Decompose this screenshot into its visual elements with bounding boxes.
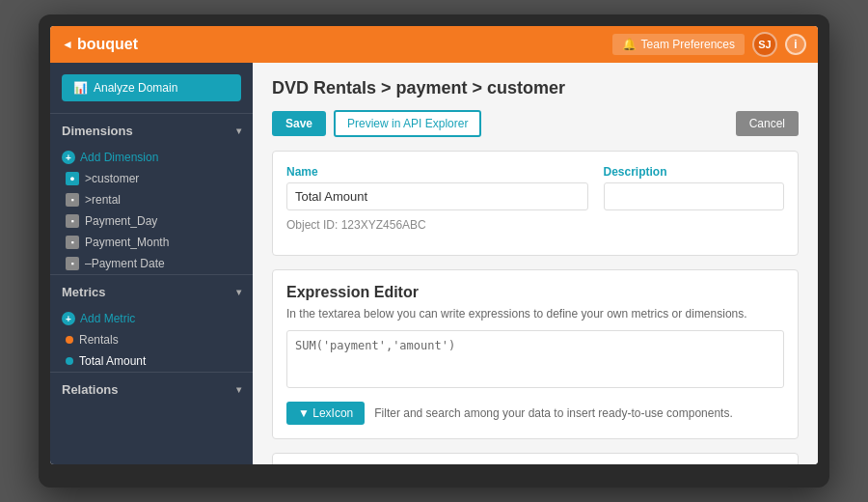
total-amount-label: Total Amount: [79, 354, 146, 368]
laptop-screen: ◄ bouquet 🔔 Team Preferences SJ i 📊 Anal…: [50, 26, 818, 464]
relations-section: Relations ▾: [50, 372, 253, 404]
name-group: Name Object ID: 123XYZ456ABC: [286, 165, 588, 232]
lexicon-row: ▼ LexIcon Filter and search among your d…: [286, 402, 784, 425]
dimensions-chevron: ▾: [236, 126, 241, 136]
dimensions-label: Dimensions: [62, 124, 133, 138]
expression-editor-section: Expression Editor In the textarea below …: [272, 269, 799, 439]
name-label: Name: [286, 165, 588, 179]
relations-header[interactable]: Relations ▾: [50, 373, 253, 404]
cancel-button[interactable]: Cancel: [736, 111, 799, 136]
payment-date-dim-icon: ▪: [66, 257, 79, 270]
customer-label: >customer: [85, 172, 139, 185]
add-metric-icon: +: [62, 312, 75, 325]
info-button[interactable]: i: [785, 34, 806, 55]
sidebar-item-payment-date[interactable]: ▪ –Payment Date: [50, 253, 253, 274]
name-desc-row: Name Object ID: 123XYZ456ABC Description: [286, 165, 784, 232]
customer-dim-icon: ●: [66, 172, 79, 185]
description-group: Description: [604, 165, 785, 232]
payment-month-dim-icon: ▪: [66, 236, 79, 249]
description-input[interactable]: [604, 182, 785, 210]
sidebar-item-rentals[interactable]: Rentals: [50, 329, 253, 350]
payment-day-dim-icon: ▪: [66, 214, 79, 228]
metrics-section: Metrics ▾ + Add Metric Rentals Total Amo…: [50, 274, 253, 372]
payment-date-label: –Payment Date: [85, 257, 165, 270]
logo-text: bouquet: [77, 36, 138, 53]
add-metric-link[interactable]: + Add Metric: [50, 307, 253, 329]
sidebar-item-total-amount[interactable]: Total Amount: [50, 350, 253, 372]
rental-label: >rental: [85, 193, 121, 207]
team-preferences-button[interactable]: 🔔 Team Preferences: [612, 34, 745, 55]
breadcrumb: DVD Rentals > payment > customer: [272, 78, 799, 98]
toolbar: Save Preview in API Explorer Cancel: [272, 110, 799, 137]
add-dimension-label: Add Dimension: [80, 151, 158, 164]
laptop-shell: ◄ bouquet 🔔 Team Preferences SJ i 📊 Anal…: [39, 14, 829, 488]
add-metric-label: Add Metric: [80, 312, 135, 325]
team-pref-label: Team Preferences: [641, 38, 735, 51]
logo-arrow: ◄: [62, 38, 73, 51]
rental-dim-icon: ▪: [66, 193, 79, 207]
metrics-chevron: ▾: [236, 287, 241, 297]
expression-textarea[interactable]: [286, 330, 784, 388]
relations-chevron: ▾: [236, 384, 241, 395]
analyze-btn-label: Analyze Domain: [94, 81, 177, 95]
sidebar-item-customer[interactable]: ● >customer: [50, 168, 253, 189]
name-description-form: Name Object ID: 123XYZ456ABC Description: [272, 151, 799, 256]
save-button[interactable]: Save: [272, 111, 326, 136]
name-input[interactable]: [286, 182, 588, 210]
right-panel: DVD Rentals > payment > customer Save Pr…: [253, 63, 818, 464]
metrics-label: Metrics: [62, 285, 106, 299]
dimensions-section: Dimensions ▾ + Add Dimension ● >customer…: [50, 113, 253, 274]
chart-icon: 📊: [73, 81, 88, 95]
description-label: Description: [604, 165, 785, 179]
expression-editor-description: In the textarea below you can write expr…: [286, 307, 784, 321]
add-dimension-icon: +: [62, 151, 75, 164]
add-dimension-link[interactable]: + Add Dimension: [50, 146, 253, 168]
sidebar-item-payment-day[interactable]: ▪ Payment_Day: [50, 210, 253, 232]
sidebar: 📊 Analyze Domain Dimensions ▾ + Add Dime…: [50, 63, 253, 464]
main-content: 📊 Analyze Domain Dimensions ▾ + Add Dime…: [50, 63, 818, 464]
payment-day-label: Payment_Day: [85, 214, 157, 228]
parent-dimension-section: Parent Dimension ? Type ?: [272, 453, 799, 464]
total-amount-metric-icon: [66, 357, 73, 365]
relations-label: Relations: [62, 382, 119, 397]
sidebar-item-payment-month[interactable]: ▪ Payment_Month: [50, 232, 253, 253]
lexicon-description: Filter and search among your data to ins…: [374, 406, 733, 420]
rentals-label: Rentals: [79, 333, 119, 347]
api-explorer-button[interactable]: Preview in API Explorer: [334, 110, 481, 137]
rentals-metric-icon: [66, 336, 73, 344]
sidebar-item-rental[interactable]: ▪ >rental: [50, 189, 253, 210]
lexicon-button[interactable]: ▼ LexIcon: [286, 402, 365, 425]
analyze-domain-button[interactable]: 📊 Analyze Domain: [62, 74, 241, 101]
dimensions-header[interactable]: Dimensions ▾: [50, 114, 253, 146]
metrics-header[interactable]: Metrics ▾: [50, 275, 253, 307]
object-id: Object ID: 123XYZ456ABC: [286, 218, 588, 232]
payment-month-label: Payment_Month: [85, 236, 169, 249]
top-bar-right: 🔔 Team Preferences SJ i: [612, 32, 806, 57]
top-bar: ◄ bouquet 🔔 Team Preferences SJ i: [50, 26, 818, 63]
avatar-button[interactable]: SJ: [752, 32, 777, 57]
logo: ◄ bouquet: [62, 36, 138, 53]
bell-icon: 🔔: [622, 38, 637, 51]
expression-editor-title: Expression Editor: [286, 284, 784, 301]
